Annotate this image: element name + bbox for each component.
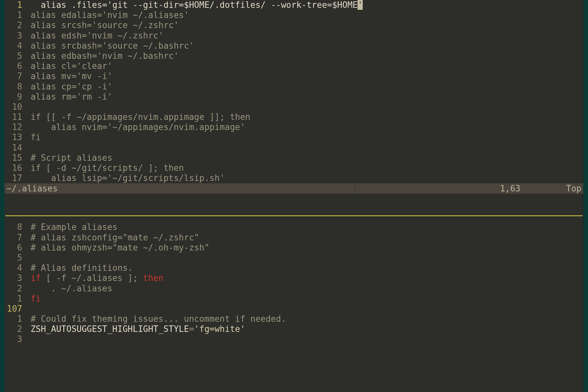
line-number-gutter: 5: [5, 51, 25, 61]
code-text[interactable]: ZSH_AUTOSUGGEST_HIGHLIGHT_STYLE='fg=whit…: [25, 324, 245, 334]
line-number-gutter: 17: [5, 173, 25, 183]
code-text[interactable]: alias cl='clear': [25, 61, 112, 71]
line-number-gutter: 7: [5, 233, 25, 243]
code-text[interactable]: # alias ohmyzsh="mate ~/.oh-my-zsh": [25, 243, 210, 253]
code-line[interactable]: 4 alias srcbash='source ~/.bashrc': [5, 41, 583, 51]
code-text[interactable]: [25, 143, 31, 153]
line-number-gutter: 13: [5, 132, 25, 142]
code-text[interactable]: [25, 102, 31, 112]
code-line[interactable]: 9 alias rm='rm -i': [5, 92, 583, 102]
code-line[interactable]: 4 # Alias definitions.: [5, 263, 583, 273]
line-number-gutter: 15: [5, 153, 25, 163]
line-number-gutter: 1: [5, 294, 25, 304]
line-number-gutter: 3: [5, 31, 25, 41]
status-cursor-pos: 1,63: [500, 184, 520, 194]
code-text[interactable]: [25, 304, 31, 314]
line-number-gutter: 7: [5, 71, 25, 81]
editor-pane-top[interactable]: 1 alias .files='git --git-dir=$HOME/.dot…: [5, 0, 583, 194]
line-number-gutter: 4: [5, 263, 25, 273]
code-text[interactable]: # Alias definitions.: [25, 263, 133, 273]
line-number-gutter: 11: [5, 112, 25, 122]
code-line[interactable]: 6 alias cl='clear': [5, 61, 583, 71]
code-line[interactable]: 107: [5, 304, 583, 314]
statusline-top: ~/.aliases 1,63 Top: [5, 183, 583, 194]
code-text[interactable]: if [ -d ~/git/scripts/ ]; then: [25, 163, 184, 173]
code-line[interactable]: 5 alias edbash='nvim ~/.bashrc': [5, 51, 583, 61]
code-text[interactable]: fi: [25, 294, 41, 304]
code-line[interactable]: 1 alias edalias='nvim ~/.aliases': [5, 10, 583, 20]
code-line[interactable]: 7 # alias zshconfig="mate ~/.zshrc": [5, 233, 583, 243]
code-text[interactable]: alias cp='cp -i': [25, 82, 112, 92]
line-number-gutter: 1: [5, 0, 25, 10]
color-column: [355, 216, 355, 344]
code-line[interactable]: 15 # Script aliases: [5, 153, 583, 163]
code-line[interactable]: 17 alias lsip='~/git/scripts/lsip.sh': [5, 173, 583, 183]
code-line[interactable]: 16 if [ -d ~/git/scripts/ ]; then: [5, 163, 583, 173]
status-scroll: Top: [566, 184, 581, 194]
line-number-gutter: 4: [5, 41, 25, 51]
line-number-gutter: 9: [5, 92, 25, 102]
code-text[interactable]: alias srcbash='source ~/.bashrc': [25, 41, 194, 51]
code-line[interactable]: 11 if [[ -f ~/appimages/nvim.appimage ]]…: [5, 112, 583, 122]
code-text[interactable]: alias lsip='~/git/scripts/lsip.sh': [25, 173, 225, 183]
line-number-gutter: 2: [5, 284, 25, 294]
code-text[interactable]: [25, 334, 31, 344]
code-text[interactable]: alias nvim='~/appimages/nvim.appimage': [25, 122, 245, 132]
line-number-gutter: 1: [5, 314, 25, 324]
line-number-gutter: 6: [5, 243, 25, 253]
color-column: [355, 0, 355, 194]
code-text[interactable]: # Could fix theming issues... uncomment …: [25, 314, 286, 324]
code-text[interactable]: alias mv='mv -i': [25, 71, 112, 81]
status-filename: ~/.aliases: [7, 184, 58, 194]
code-line[interactable]: 3: [5, 334, 583, 344]
code-text[interactable]: # alias zshconfig="mate ~/.zshrc": [25, 233, 199, 243]
code-line[interactable]: 7 alias mv='mv -i': [5, 71, 583, 81]
line-number-gutter: 1: [5, 10, 25, 20]
terminal-window[interactable]: 1 alias .files='git --git-dir=$HOME/.dot…: [5, 0, 583, 392]
code-text[interactable]: fi: [25, 132, 41, 142]
code-text[interactable]: alias rm='rm -i': [25, 92, 112, 102]
line-number-gutter: 14: [5, 143, 25, 153]
code-line[interactable]: 2 . ~/.aliases: [5, 284, 583, 294]
pane-gap: [5, 194, 583, 215]
code-line[interactable]: 1 fi: [5, 294, 583, 304]
code-text[interactable]: # Example aliases: [25, 222, 118, 232]
code-text[interactable]: if [[ -f ~/appimages/nvim.appimage ]]; t…: [25, 112, 250, 122]
scrollbar[interactable]: [582, 0, 583, 392]
code-line[interactable]: 14: [5, 143, 583, 153]
code-line[interactable]: 3 alias edsh='nvim ~/.zshrc': [5, 31, 583, 41]
code-text[interactable]: alias edalias='nvim ~/.aliases': [25, 10, 189, 20]
code-text[interactable]: alias srcsh='source ~/.zshrc': [25, 20, 179, 30]
code-line[interactable]: 2 alias srcsh='source ~/.zshrc': [5, 20, 583, 30]
line-number-gutter: 16: [5, 163, 25, 173]
code-line[interactable]: 5: [5, 253, 583, 263]
code-text[interactable]: alias edsh='nvim ~/.zshrc': [25, 31, 164, 41]
code-line[interactable]: 1 alias .files='git --git-dir=$HOME/.dot…: [5, 0, 583, 10]
line-number-gutter: 8: [5, 222, 25, 232]
code-line[interactable]: 6 # alias ohmyzsh="mate ~/.oh-my-zsh": [5, 243, 583, 253]
code-text[interactable]: . ~/.aliases: [25, 284, 112, 294]
code-text[interactable]: alias .files='git --git-dir=$HOME/.dotfi…: [25, 0, 363, 10]
code-line[interactable]: 3 if [ -f ~/.aliases ]; then: [5, 273, 583, 283]
code-line[interactable]: 2 ZSH_AUTOSUGGEST_HIGHLIGHT_STYLE='fg=wh…: [5, 324, 583, 334]
line-number-gutter: 8: [5, 82, 25, 92]
code-text[interactable]: if [ -f ~/.aliases ]; then: [25, 273, 164, 283]
code-line[interactable]: 13 fi: [5, 132, 583, 142]
line-number-gutter: 2: [5, 324, 25, 334]
line-number-gutter: 3: [5, 273, 25, 283]
editor-pane-bottom[interactable]: 8 # Example aliases7 # alias zshconfig="…: [5, 216, 583, 344]
code-line[interactable]: 1 # Could fix theming issues... uncommen…: [5, 314, 583, 324]
line-number-gutter: 10: [5, 102, 25, 112]
line-number-gutter: 3: [5, 334, 25, 344]
code-line[interactable]: 8 alias cp='cp -i': [5, 82, 583, 92]
code-text[interactable]: # Script aliases: [25, 153, 112, 163]
line-number-gutter: 2: [5, 20, 25, 30]
code-line[interactable]: 12 alias nvim='~/appimages/nvim.appimage…: [5, 122, 583, 132]
line-number-gutter: 12: [5, 122, 25, 132]
code-text[interactable]: [25, 253, 31, 263]
line-number-gutter: 6: [5, 61, 25, 71]
code-line[interactable]: 10: [5, 102, 583, 112]
code-line[interactable]: 8 # Example aliases: [5, 222, 583, 232]
line-number-gutter: 107: [5, 304, 25, 314]
code-text[interactable]: alias edbash='nvim ~/.bashrc': [25, 51, 179, 61]
